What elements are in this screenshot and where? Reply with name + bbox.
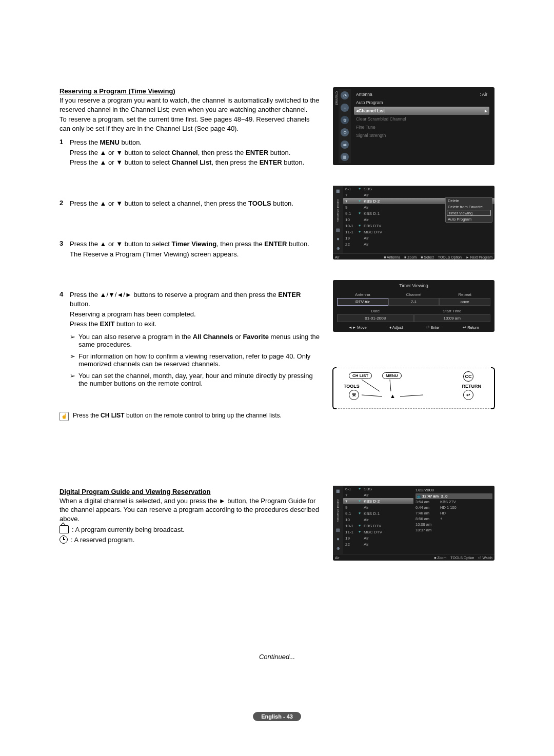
footer-source: Air [335, 255, 340, 259]
osd3-footer: Air■ ZoomTOOLS Option⏎ Watch [333, 554, 494, 561]
footer-hint: ⏎ Watch [478, 556, 492, 560]
footer-hint: ■ Zoom [434, 556, 446, 560]
timer-footer: ◄► Move♦ Adjust⏎ Enter↩ Return [337, 322, 490, 330]
timer-hdr-channel: Channel [388, 291, 440, 298]
remote-up-arrow: ▲ [390, 393, 395, 399]
timer-val-start: 10:09 am [414, 314, 491, 322]
channel-row: 9Air [343, 504, 413, 510]
tv-icon [60, 525, 69, 533]
step-line: Press the EXIT button to exit. [70, 320, 321, 329]
remote-return-label: RETURN [462, 384, 482, 389]
channel-row: 6-1♥SBS [343, 186, 494, 192]
channel-row: 19Air [343, 535, 413, 541]
menu-item-channel-list: ◂ Channel List ▸ [354, 107, 489, 115]
channel-row: 10-1♥EBS DTV [343, 223, 494, 229]
step-4: 4 Press the ▲/▼/◄/► buttons to reserve a… [60, 290, 321, 391]
osd-program-guide: ▦ Added Channels ▤ ♥ ⊕ 6-1♥SBS7Air7♥KBS … [333, 486, 494, 560]
guide-row: 7:46 amHD [416, 510, 492, 516]
step-note: For information on how to confirm a view… [70, 352, 321, 368]
step-body: Press the MENU button.Press the ▲ or ▼ b… [70, 138, 321, 168]
chlist-note: ☝ Press the CH LIST button on the remote… [60, 412, 321, 421]
step-4-notes: You can also reserve a program in the Al… [70, 333, 321, 387]
remote-chlist-button: CH LIST [349, 372, 372, 379]
tools-menu-item: Timer Viewing [447, 210, 491, 216]
list-icon-1: ▤ [335, 227, 341, 233]
step-line: Press the ▲ or ▼ button to select Timer … [70, 240, 321, 249]
all-icon: ▦ [335, 188, 341, 194]
guide-date: 1/22/2008 [416, 487, 492, 493]
timer-val-antenna: DTV Air [337, 298, 388, 306]
step-line: Press the ▲ or ▼ button to select a chan… [70, 199, 321, 208]
section-2-intro: When a digital channel is selected, and … [60, 496, 321, 524]
osd-channel-menu: Channel ◔ ♪ ✿ ⚙ ⇄ ▦ Antenna: Air Auto Pr… [333, 87, 494, 165]
channel-row: 19Air [343, 235, 494, 241]
osd2-footer: Air■ Antenna■ Zoom■ SelectTOOLS Option► … [333, 253, 494, 260]
footer-hint: TOOLS Option [450, 556, 474, 560]
step-2: 2 Press the ▲ or ▼ button to select a ch… [60, 199, 321, 209]
remote-tools-label: TOOLS [344, 384, 360, 389]
osd-channel-list-tools: ▦ Added Channels ▤ ♥ ⊕ 6-1♥SBS7Air7♥KBS … [333, 186, 494, 260]
application-icon: ▦ [341, 153, 349, 161]
main-content: Reserving a Program (Time Viewing) If yo… [60, 87, 321, 546]
step-body: Press the ▲ or ▼ button to select a chan… [70, 199, 321, 209]
reserved-label: : A reserved program. [71, 536, 134, 544]
channel-row: 11-1♥MBC DTV [343, 529, 413, 535]
timer-val-channel: 7-1 [388, 298, 440, 306]
footer-hint: ■ Zoom [404, 255, 417, 259]
added-channels-label: Added Channels [337, 497, 340, 524]
step-line: Press the ▲ or ▼ button to select Channe… [70, 158, 321, 167]
channel-row: 10Air [343, 516, 413, 523]
footer-hint: ■ Antenna [384, 255, 400, 259]
timer-val-repeat: once [439, 298, 490, 306]
remote-tools-button: ⚒ [349, 390, 359, 400]
step-number: 2 [60, 199, 70, 209]
channel-row: 22Air [343, 241, 494, 247]
osd-left-icons: ▦ Added Channels ▤ ♥ ⊕ [333, 186, 343, 253]
timer-title: Timer Viewing [337, 283, 490, 291]
channel-row: 22Air [343, 541, 413, 547]
step-line: Reserving a program has been completed. [70, 310, 321, 319]
svg-line-2 [362, 395, 382, 396]
tools-menu-item: Auto Program [446, 216, 492, 222]
section-1-title: Reserving a Program (Time Viewing) [60, 87, 321, 95]
tools-menu-item: Delete [446, 197, 492, 204]
continued-label: Continued... [60, 653, 494, 661]
tools-context-menu: DeleteDelete from FavoriteTimer ViewingA… [445, 197, 492, 223]
svg-line-1 [390, 380, 391, 391]
guide-row-current: 📺 12:47 am 2_0 [416, 493, 492, 499]
tools-menu-item: Delete from Favorite [446, 204, 492, 210]
osd-tab-icons: ◔ ♪ ✿ ⚙ ⇄ ▦ [339, 89, 351, 163]
guide-column: 1/22/2008 📺 12:47 am 2_0 3:54 amKBS 2TV6… [413, 486, 494, 553]
svg-line-3 [400, 395, 423, 396]
page-number-pill: English - 43 [253, 712, 301, 721]
svg-line-0 [362, 380, 380, 391]
channel-row: 10-1♥EBS DTV [343, 523, 413, 529]
channel-row: 7♥KBS D-2 [343, 498, 413, 504]
reserved-icon-line: : A reserved program. [60, 535, 321, 544]
footer-hint: ⏎ Enter [426, 325, 440, 330]
remote-cc-button: CC [463, 371, 473, 382]
osd3-left-icons: ▦ Added Channels ▤ ♥ ⊕ [333, 486, 343, 553]
channel-row: 9-1♥KBS D-1 [343, 510, 413, 516]
section-1-intro-1: If you reserve a program you want to wat… [60, 96, 321, 114]
guide-row: 3:54 amKBS 2TV [416, 499, 492, 505]
list-icon-2: ♥ [335, 236, 341, 242]
timer-hdr-repeat: Repeat [439, 291, 490, 298]
page-footer: English - 43 [60, 712, 494, 721]
list-icon-2: ♥ [335, 536, 341, 543]
timer-viewing-panel: Timer Viewing Antenna Channel Repeat DTV… [333, 280, 494, 332]
step-line: Press the ▲/▼/◄/► buttons to reserve a p… [70, 290, 321, 308]
menu-item-antenna: Antenna: Air [354, 90, 489, 98]
picture-icon: ◔ [341, 91, 349, 100]
guide-row: 6:44 amHD 1 100 [416, 505, 492, 510]
remote-diagram: CH LIST MENU CC TOOLS RETURN ⚒ ↩ ▲ [333, 368, 494, 409]
step-line: Press the MENU button. [70, 138, 321, 147]
timer-hdr-start: Start Time [414, 308, 491, 314]
step-body: Press the ▲/▼/◄/► buttons to reserve a p… [70, 290, 321, 391]
list-icon-1: ▤ [335, 527, 341, 533]
footer-hint: ↩ Return [463, 325, 479, 330]
menu-item-auto-program: Auto Program [354, 98, 489, 107]
remote-return-button: ↩ [463, 390, 473, 400]
timer-hdr-antenna: Antenna [337, 291, 388, 298]
guide-row: 8:56 am+ [416, 516, 492, 522]
